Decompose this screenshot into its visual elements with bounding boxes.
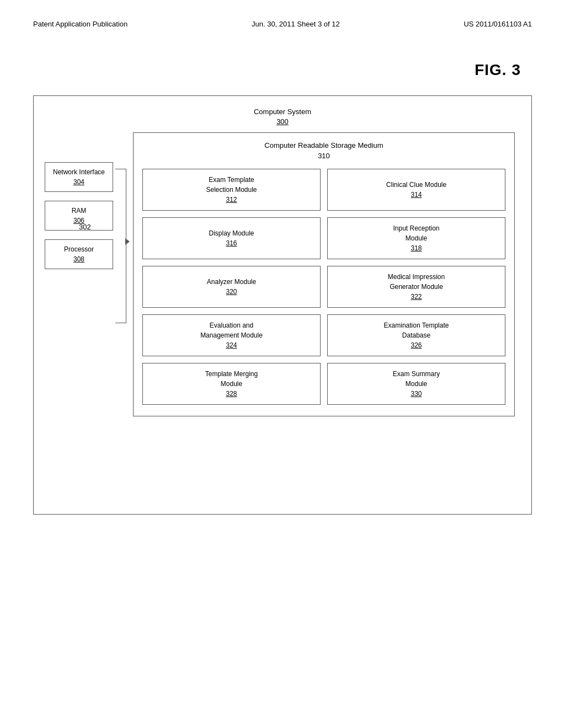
template-merging-module: Template MergingModule328 [142, 363, 321, 405]
clinical-clue-module: Clinical Clue Module314 [327, 169, 505, 211]
header-left: Patent Application Publication [33, 20, 127, 28]
processor-number: 308 [73, 255, 84, 263]
network-interface-label: Network Interface [53, 168, 105, 176]
crsm-label: Computer Readable Storage Medium 310 [142, 141, 505, 160]
input-reception-module: Input ReceptionModule318 [327, 217, 505, 259]
fig-title: FIG. 3 [0, 28, 565, 79]
network-interface-box: Network Interface 304 [45, 162, 113, 192]
bracket-arrow [125, 238, 130, 245]
header-right: US 2011/0161103 A1 [463, 20, 532, 28]
modules-grid: Exam TemplateSelection Module312 Clinica… [142, 169, 505, 405]
bracket-line [115, 169, 126, 323]
processor-box: Processor 308 [45, 239, 113, 269]
diagram-area: Computer System 300 Network Interface 30… [33, 95, 532, 515]
display-module: Display Module316 [142, 217, 321, 259]
processor-label: Processor [64, 245, 94, 253]
examination-template-database: Examination TemplateDatabase326 [327, 314, 505, 356]
evaluation-management-module: Evaluation andManagement Module324 [142, 314, 321, 356]
network-interface-number: 304 [73, 178, 84, 186]
crsm-box: Computer Readable Storage Medium 310 Exa… [133, 132, 515, 416]
ram-label: RAM [72, 207, 87, 215]
medical-impression-generator-module: Medical ImpressionGenerator Module322 [327, 266, 505, 308]
analyzer-module: Analyzer Module320 [142, 266, 321, 308]
header-middle: Jun. 30, 2011 Sheet 3 of 12 [252, 20, 340, 28]
left-boxes: Network Interface 304 RAM 306 Processor … [45, 162, 113, 269]
page-header: Patent Application Publication Jun. 30, … [0, 0, 565, 28]
label-302: 302 [79, 223, 91, 231]
exam-template-selection-module: Exam TemplateSelection Module312 [142, 169, 321, 211]
exam-summary-module: Exam SummaryModule330 [327, 363, 505, 405]
computer-system-label: Computer System 300 [45, 107, 520, 127]
